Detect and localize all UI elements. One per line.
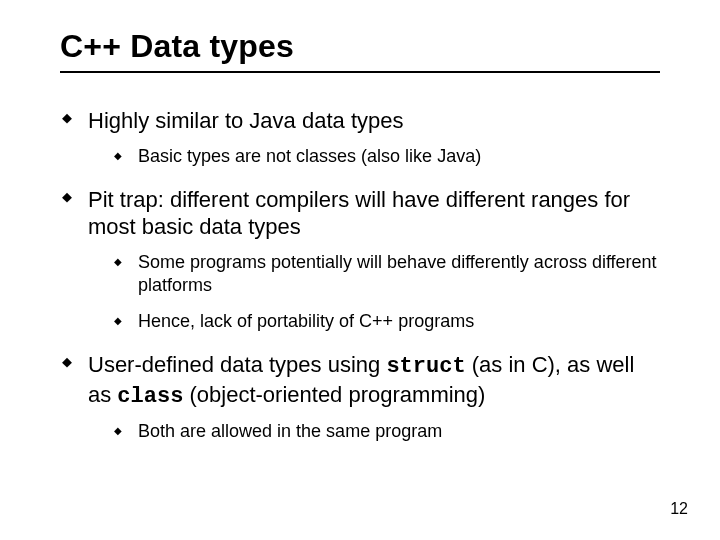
code-struct: struct [386,354,465,379]
bullet-list-level2: Some programs potentially will behave di… [88,251,660,333]
bullet-text: Basic types are not classes (also like J… [138,146,481,166]
bullet-text: Pit trap: different compilers will have … [88,187,630,240]
list-item: Hence, lack of portability of C++ progra… [88,310,660,333]
list-item: Pit trap: different compilers will have … [60,186,660,333]
bullet-list-level2: Both are allowed in the same program [88,420,660,443]
slide: C++ Data types Highly similar to Java da… [0,0,720,540]
bullet-text: (object-oriented programming) [183,382,485,407]
code-class: class [117,384,183,409]
page-number: 12 [670,500,688,518]
bullet-text: Both are allowed in the same program [138,421,442,441]
bullet-text: Some programs potentially will behave di… [138,252,657,295]
slide-title: C++ Data types [60,28,660,73]
list-item: User-defined data types using struct (as… [60,351,660,443]
bullet-list-level1: Highly similar to Java data types Basic … [60,107,660,443]
bullet-text: Hence, lack of portability of C++ progra… [138,311,474,331]
list-item: Highly similar to Java data types Basic … [60,107,660,168]
bullet-text: User-defined data types using [88,352,386,377]
list-item: Both are allowed in the same program [88,420,660,443]
list-item: Some programs potentially will behave di… [88,251,660,298]
bullet-list-level2: Basic types are not classes (also like J… [88,145,660,168]
bullet-text: Highly similar to Java data types [88,108,403,133]
list-item: Basic types are not classes (also like J… [88,145,660,168]
